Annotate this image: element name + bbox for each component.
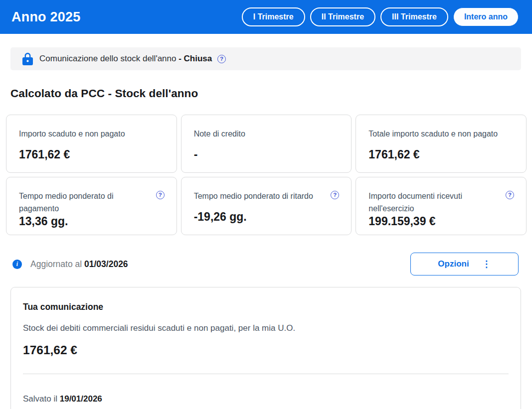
options-button-label: Opzioni bbox=[438, 259, 469, 269]
card-value: 1761,62 € bbox=[368, 148, 499, 161]
card-note-di-credito: Note di credito - bbox=[181, 115, 352, 173]
updated-info: i Aggiornato al 01/03/2026 bbox=[10, 259, 128, 270]
communication-title: Tua comunicazione bbox=[23, 302, 509, 312]
divider bbox=[23, 374, 509, 374]
updated-text: Aggiornato al 01/03/2026 bbox=[30, 259, 128, 270]
communication-card: Tua comunicazione Stock dei debiti comme… bbox=[10, 287, 521, 409]
card-label: Tempo medio ponderato di ritardo bbox=[194, 190, 325, 202]
card-value: - bbox=[194, 148, 325, 161]
period-tabs: I Trimestre II Trimestre III Trimestre I… bbox=[242, 7, 519, 26]
banner-label: Comunicazione dello stock dell'anno bbox=[39, 54, 176, 63]
help-icon[interactable]: ? bbox=[156, 191, 165, 199]
section-title: Calcolato da PCC - Stock dell'anno bbox=[10, 87, 522, 100]
meta-row: i Aggiornato al 01/03/2026 Opzioni ⋮ bbox=[10, 253, 519, 275]
tab-i-trimestre[interactable]: I Trimestre bbox=[242, 7, 305, 26]
card-importo-scaduto: Importo scaduto e non pagato 1761,62 € bbox=[6, 115, 177, 173]
metric-cards-grid: Importo scaduto e non pagato 1761,62 € N… bbox=[6, 115, 527, 235]
info-icon: i bbox=[12, 260, 22, 269]
card-importo-documenti: ? Importo documenti ricevuti nell'eserci… bbox=[355, 177, 527, 235]
lock-icon bbox=[22, 53, 33, 65]
kebab-menu-icon: ⋮ bbox=[482, 260, 491, 269]
saved-prefix: Salvato il bbox=[23, 394, 57, 404]
card-value: 199.159,39 € bbox=[368, 215, 499, 228]
options-button[interactable]: Opzioni ⋮ bbox=[410, 253, 519, 275]
card-label: Tempo medio ponderato di pagamento bbox=[19, 190, 150, 215]
communication-description: Stock dei debiti commerciali residui sca… bbox=[23, 323, 509, 333]
status-badge: - Chiusa bbox=[178, 54, 212, 63]
saved-info: Salvato il 19/01/2026 bbox=[23, 394, 509, 404]
card-tempo-ritardo: ? Tempo medio ponderato di ritardo -19,2… bbox=[181, 177, 352, 235]
card-label: Totale importo scaduto e non pagato bbox=[368, 128, 499, 140]
help-icon[interactable]: ? bbox=[331, 191, 339, 199]
year-header: Anno 2025 I Trimestre II Trimestre III T… bbox=[0, 0, 532, 34]
card-label: Importo scaduto e non pagato bbox=[19, 128, 150, 140]
page: Anno 2025 I Trimestre II Trimestre III T… bbox=[0, 0, 532, 409]
card-label: Importo documenti ricevuti nell'esercizi… bbox=[368, 190, 499, 215]
tab-ii-trimestre[interactable]: II Trimestre bbox=[310, 7, 375, 26]
updated-prefix: Aggiornato al bbox=[30, 259, 82, 269]
help-icon[interactable]: ? bbox=[217, 55, 226, 63]
status-banner: Comunicazione dello stock dell'anno - Ch… bbox=[10, 47, 521, 70]
communication-value: 1761,62 € bbox=[23, 343, 509, 357]
banner-text: Comunicazione dello stock dell'anno - Ch… bbox=[39, 54, 226, 64]
card-tempo-pagamento: ? Tempo medio ponderato di pagamento 13,… bbox=[6, 177, 177, 235]
updated-date: 01/03/2026 bbox=[84, 259, 128, 269]
card-value: 1761,62 € bbox=[19, 148, 150, 161]
card-value: 13,36 gg. bbox=[19, 215, 150, 228]
tab-iii-trimestre[interactable]: III Trimestre bbox=[380, 7, 448, 26]
card-totale-importo: Totale importo scaduto e non pagato 1761… bbox=[355, 115, 527, 173]
tab-intero-anno[interactable]: Intero anno bbox=[453, 7, 519, 26]
saved-date: 19/01/2026 bbox=[60, 394, 102, 404]
help-icon[interactable]: ? bbox=[506, 191, 514, 199]
page-title: Anno 2025 bbox=[11, 9, 80, 25]
card-value: -19,26 gg. bbox=[194, 210, 325, 224]
card-label: Note di credito bbox=[194, 128, 325, 140]
